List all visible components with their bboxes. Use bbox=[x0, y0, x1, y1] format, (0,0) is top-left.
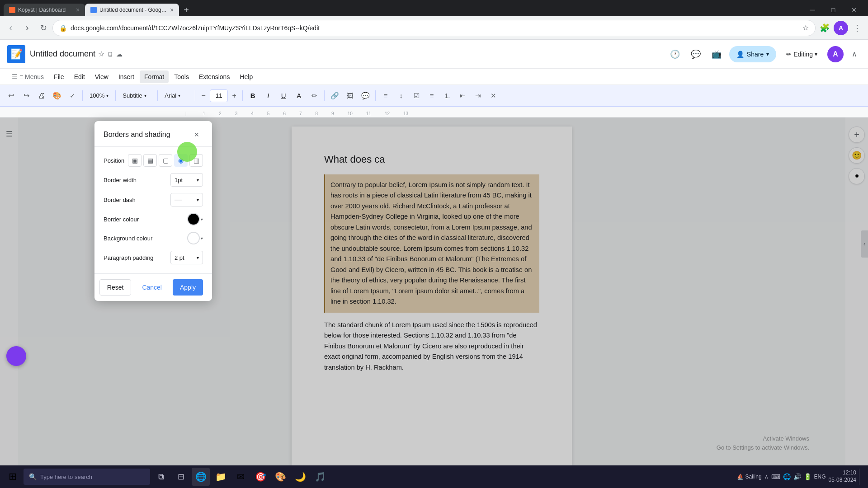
bold-button[interactable]: B bbox=[245, 89, 260, 103]
menu-dots[interactable]: ⋮ bbox=[850, 21, 864, 35]
show-desktop-button[interactable] bbox=[859, 469, 861, 485]
list-button[interactable]: ≡ bbox=[425, 89, 439, 103]
taskbar-chrome-icon[interactable]: 🌐 bbox=[192, 468, 210, 486]
tray-expand[interactable]: ∧ bbox=[764, 474, 769, 480]
border-colour-button[interactable]: ▾ bbox=[187, 213, 203, 225]
tab-gdoc-close[interactable]: × bbox=[170, 6, 174, 14]
kopyst-floating-button[interactable] bbox=[6, 346, 26, 366]
cloud-icon[interactable]: ☁ bbox=[116, 51, 123, 58]
border-colour-arrow[interactable]: ▾ bbox=[201, 217, 203, 222]
apply-button[interactable]: Apply bbox=[173, 279, 203, 296]
tray-volume-icon[interactable]: 🔊 bbox=[793, 473, 801, 480]
style-select[interactable]: Subtitle ▾ bbox=[118, 89, 155, 103]
checklist-button[interactable]: ☑ bbox=[409, 89, 424, 103]
print-button[interactable]: 🖨 bbox=[34, 89, 49, 103]
paragraph-padding-dropdown[interactable]: 2 pt ▾ bbox=[170, 251, 203, 264]
browser-tab-kopyst[interactable]: Kopyst | Dashboard × bbox=[4, 4, 85, 16]
clear-format-button[interactable]: ✕ bbox=[486, 89, 500, 103]
menu-edit[interactable]: Edit bbox=[70, 70, 90, 83]
position-button-2[interactable]: ▤ bbox=[143, 154, 157, 167]
taskbar-app1-icon[interactable]: 🎯 bbox=[251, 468, 269, 486]
font-select[interactable]: Arial ▾ bbox=[160, 89, 192, 103]
open-in-new-icon[interactable]: 🖥 bbox=[107, 51, 113, 58]
window-close[interactable]: × bbox=[844, 4, 864, 16]
position-button-3[interactable]: ▢ bbox=[159, 154, 172, 167]
font-size-minus-button[interactable]: − bbox=[198, 90, 209, 101]
position-button-5[interactable]: ▥ bbox=[189, 154, 203, 167]
position-button-4[interactable]: ◉ bbox=[174, 154, 188, 167]
redo-button[interactable]: ↪ bbox=[19, 89, 33, 103]
image-button[interactable]: 🖼 bbox=[343, 89, 357, 103]
align-button[interactable]: ≡ bbox=[378, 89, 393, 103]
underline-button[interactable]: U bbox=[276, 89, 291, 103]
zoom-select[interactable]: 100% ▾ bbox=[85, 89, 113, 103]
new-tab-button[interactable]: + bbox=[179, 4, 193, 16]
refresh-button[interactable]: ↻ bbox=[36, 21, 51, 35]
profile-avatar[interactable]: A bbox=[827, 46, 844, 62]
taskbar-mail-icon[interactable]: ✉ bbox=[231, 468, 250, 486]
taskbar-app4-icon[interactable]: 🎵 bbox=[311, 468, 329, 486]
share-button[interactable]: 👤 Share ▾ bbox=[729, 46, 776, 62]
link-button[interactable]: 🔗 bbox=[327, 89, 342, 103]
italic-button[interactable]: I bbox=[261, 89, 275, 103]
border-dash-dropdown[interactable]: — ▾ bbox=[170, 193, 203, 206]
indent-increase-button[interactable]: ⇥ bbox=[471, 89, 485, 103]
browser-tab-gdoc[interactable]: Untitled document - Google D... × bbox=[85, 4, 179, 16]
menus-button[interactable]: ☰ ≡ Menus bbox=[7, 70, 48, 83]
window-maximize[interactable]: □ bbox=[823, 4, 844, 16]
font-size-plus-button[interactable]: + bbox=[229, 90, 240, 101]
tray-keyboard-icon[interactable]: ⌨ bbox=[771, 473, 780, 480]
menu-extensions[interactable]: Extensions bbox=[194, 70, 234, 83]
language-indicator[interactable]: ENG bbox=[814, 474, 826, 480]
forward-button[interactable]: › bbox=[20, 21, 34, 35]
bookmark-icon[interactable]: ☆ bbox=[802, 23, 809, 32]
extensions-icon[interactable]: 🧩 bbox=[817, 21, 832, 35]
back-button[interactable]: ‹ bbox=[4, 21, 18, 35]
comment-button[interactable]: 💬 bbox=[358, 89, 373, 103]
spellcheck-button[interactable]: ✓ bbox=[65, 89, 80, 103]
editing-button[interactable]: ✏ Editing ▾ bbox=[781, 46, 823, 62]
cancel-button[interactable]: Cancel bbox=[135, 279, 169, 296]
menu-format[interactable]: Format bbox=[140, 70, 169, 83]
tab-kopyst-close[interactable]: × bbox=[76, 6, 80, 14]
highlight-button[interactable]: ✏ bbox=[307, 89, 321, 103]
widgets-button[interactable]: ⊟ bbox=[172, 468, 190, 486]
start-button[interactable]: ⊞ bbox=[4, 468, 22, 486]
border-width-dropdown[interactable]: 1pt ▾ bbox=[170, 173, 203, 187]
position-button-1[interactable]: ▣ bbox=[128, 154, 142, 167]
menu-insert[interactable]: Insert bbox=[114, 70, 139, 83]
undo-button[interactable]: ↩ bbox=[4, 89, 18, 103]
address-bar[interactable]: 🔒 docs.google.com/document/d/1CCZWl7ocz6… bbox=[52, 20, 816, 36]
taskbar-explorer-icon[interactable]: 📁 bbox=[212, 468, 230, 486]
menu-help[interactable]: Help bbox=[235, 70, 257, 83]
paint-format-button[interactable]: 🎨 bbox=[50, 89, 64, 103]
taskbar-app3-icon[interactable]: 🌙 bbox=[291, 468, 309, 486]
menu-file[interactable]: File bbox=[49, 70, 69, 83]
text-color-button[interactable]: A bbox=[292, 89, 306, 103]
dialog-close-button[interactable]: × bbox=[190, 128, 203, 141]
background-colour-button[interactable]: ▾ bbox=[187, 232, 203, 244]
window-minimize[interactable]: ─ bbox=[802, 4, 823, 16]
cast-button[interactable]: 📺 bbox=[708, 46, 725, 62]
collapse-button[interactable]: ∧ bbox=[848, 48, 861, 61]
tray-network-icon[interactable]: 🌐 bbox=[783, 473, 791, 480]
font-size-input[interactable] bbox=[210, 89, 228, 102]
history-button[interactable]: 🕐 bbox=[667, 46, 683, 62]
indent-decrease-button[interactable]: ⇤ bbox=[455, 89, 470, 103]
comments-button[interactable]: 💬 bbox=[688, 46, 704, 62]
ordered-list-button[interactable]: 1. bbox=[440, 89, 454, 103]
menu-view[interactable]: View bbox=[90, 70, 113, 83]
line-spacing-button[interactable]: ↕ bbox=[394, 89, 408, 103]
taskbar-app2-icon[interactable]: 🎨 bbox=[271, 468, 289, 486]
star-icon[interactable]: ☆ bbox=[98, 50, 104, 58]
tray-sailing-icon[interactable]: ⛵ Sailing bbox=[737, 474, 761, 480]
task-view-button[interactable]: ⧉ bbox=[152, 468, 170, 486]
background-colour-arrow[interactable]: ▾ bbox=[201, 236, 203, 241]
reset-button[interactable]: Reset bbox=[99, 279, 132, 296]
tray-battery-icon[interactable]: 🔋 bbox=[804, 473, 811, 480]
profile-button[interactable]: A bbox=[834, 21, 848, 35]
menu-tools[interactable]: Tools bbox=[170, 70, 193, 83]
taskbar-search[interactable]: 🔍 Type here to search bbox=[24, 469, 150, 485]
document-title[interactable]: Untitled document bbox=[30, 49, 95, 59]
clock[interactable]: 12:10 05-08-2024 bbox=[829, 469, 856, 483]
